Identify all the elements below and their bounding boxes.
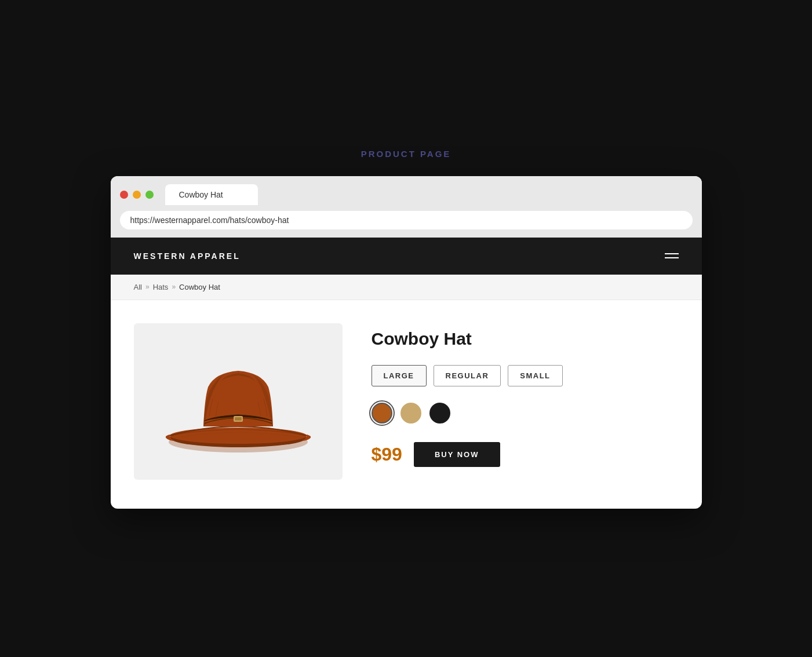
minimize-button[interactable] (133, 191, 141, 199)
product-image (157, 341, 319, 462)
hamburger-line-2 (665, 257, 679, 258)
close-button[interactable] (120, 191, 128, 199)
size-small-button[interactable]: SMALL (508, 365, 562, 386)
page-label: PRODUCT PAGE (361, 149, 451, 159)
hamburger-line-1 (665, 253, 679, 254)
product-details: Cowboy Hat LARGE REGULAR SMALL $99 BUY N… (372, 323, 679, 467)
color-options (372, 403, 679, 424)
product-title: Cowboy Hat (372, 329, 679, 349)
buy-now-button[interactable]: BUY NOW (414, 442, 500, 467)
color-black-swatch[interactable] (429, 403, 450, 424)
color-tan-swatch[interactable] (400, 403, 421, 424)
size-large-button[interactable]: LARGE (372, 365, 427, 386)
hamburger-menu-button[interactable] (665, 253, 679, 258)
breadcrumb: All » Hats » Cowboy Hat (111, 275, 702, 300)
browser-addressbar-row (111, 205, 702, 238)
breadcrumb-hats[interactable]: Hats (153, 283, 169, 291)
breadcrumb-sep-2: » (172, 283, 176, 291)
size-regular-button[interactable]: REGULAR (434, 365, 501, 386)
size-options: LARGE REGULAR SMALL (372, 365, 679, 386)
breadcrumb-current: Cowboy Hat (179, 283, 220, 291)
color-brown-swatch[interactable] (372, 403, 392, 424)
breadcrumb-sep-1: » (145, 283, 150, 291)
site-logo: WESTERN APPAREL (134, 251, 241, 261)
product-image-container (134, 323, 343, 480)
svg-point-2 (170, 428, 307, 444)
browser-chrome: Cowboy Hat (111, 176, 702, 238)
address-bar[interactable] (120, 211, 693, 229)
site-nav: WESTERN APPAREL (111, 238, 702, 275)
svg-rect-4 (235, 417, 242, 421)
price-row: $99 BUY NOW (372, 442, 679, 467)
product-area: Cowboy Hat LARGE REGULAR SMALL $99 BUY N… (111, 300, 702, 509)
browser-tab[interactable]: Cowboy Hat (165, 184, 258, 205)
maximize-button[interactable] (145, 191, 154, 199)
product-price: $99 (372, 444, 402, 465)
browser-titlebar: Cowboy Hat (111, 176, 702, 205)
browser-window: Cowboy Hat WESTERN APPAREL All » Hats » … (111, 176, 702, 509)
breadcrumb-all[interactable]: All (134, 283, 142, 291)
browser-controls (120, 191, 154, 199)
